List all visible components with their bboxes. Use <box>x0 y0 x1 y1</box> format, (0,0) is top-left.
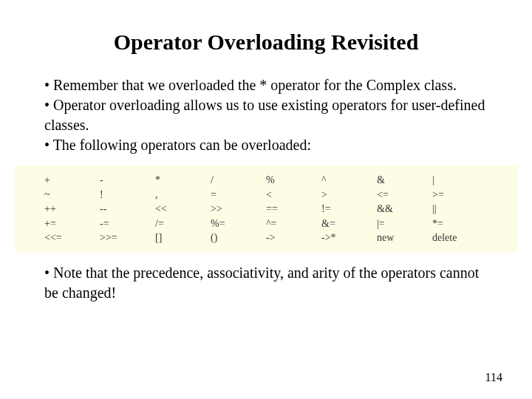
op-cell: -- <box>100 202 155 216</box>
op-cell: & <box>377 173 432 188</box>
table-row: <<= >>= [] () -> ->* new delete <box>44 231 488 245</box>
slide-title: Operator Overloading Revisited <box>44 30 488 55</box>
op-cell: [] <box>155 231 211 245</box>
op-cell: < <box>266 188 321 202</box>
op-cell: | <box>432 173 488 188</box>
bullet-1: • Remember that we overloaded the * oper… <box>44 75 488 95</box>
op-cell: () <box>211 231 266 245</box>
op-cell: ++ <box>44 202 100 216</box>
operator-table: + - * / % ^ & | ~ ! , = < > <= >= ++ -- … <box>15 166 517 253</box>
op-cell: - <box>100 173 155 188</box>
op-cell: <<= <box>44 231 100 245</box>
op-cell: || <box>432 202 488 216</box>
bullet-3: • The following operators can be overloa… <box>44 135 488 155</box>
op-cell: -> <box>266 231 321 245</box>
op-cell: , <box>155 188 211 202</box>
bullet-4: • Note that the precedence, associativit… <box>44 263 488 303</box>
op-cell: * <box>155 173 211 188</box>
table-row: += -= /= %= ^= &= |= *= <box>44 216 488 231</box>
table-row: ~ ! , = < > <= >= <box>44 188 488 202</box>
op-cell: / <box>211 173 266 188</box>
op-cell: ->* <box>321 231 377 245</box>
op-cell: ~ <box>44 188 100 202</box>
op-cell: %= <box>211 216 266 231</box>
page-number: 114 <box>485 371 502 384</box>
op-cell: ^ <box>321 173 377 188</box>
op-cell: + <box>44 173 100 188</box>
op-cell: >>= <box>100 231 155 245</box>
op-cell: != <box>321 202 377 216</box>
body-text-top: • Remember that we overloaded the * oper… <box>44 75 488 155</box>
op-cell: <= <box>377 188 432 202</box>
op-cell: ^= <box>266 216 321 231</box>
op-cell: >> <box>211 202 266 216</box>
op-cell: > <box>321 188 377 202</box>
op-cell: % <box>266 173 321 188</box>
op-cell: -= <box>100 216 155 231</box>
op-cell: >= <box>432 188 488 202</box>
op-cell: = <box>211 188 266 202</box>
op-cell: |= <box>377 216 432 231</box>
table-row: + - * / % ^ & | <box>44 173 488 188</box>
table-row: ++ -- << >> == != && || <box>44 202 488 216</box>
bullet-2: • Operator overloading allows us to use … <box>44 95 488 135</box>
op-cell: ! <box>100 188 155 202</box>
op-cell: *= <box>432 216 488 231</box>
op-cell: delete <box>432 231 488 245</box>
body-text-bottom: • Note that the precedence, associativit… <box>44 263 488 303</box>
op-cell: new <box>377 231 432 245</box>
op-cell: << <box>155 202 211 216</box>
op-cell: &= <box>321 216 377 231</box>
slide: Operator Overloading Revisited • Remembe… <box>0 0 532 399</box>
op-cell: += <box>44 216 100 231</box>
op-cell: /= <box>155 216 211 231</box>
op-cell: && <box>377 202 432 216</box>
op-cell: == <box>266 202 321 216</box>
